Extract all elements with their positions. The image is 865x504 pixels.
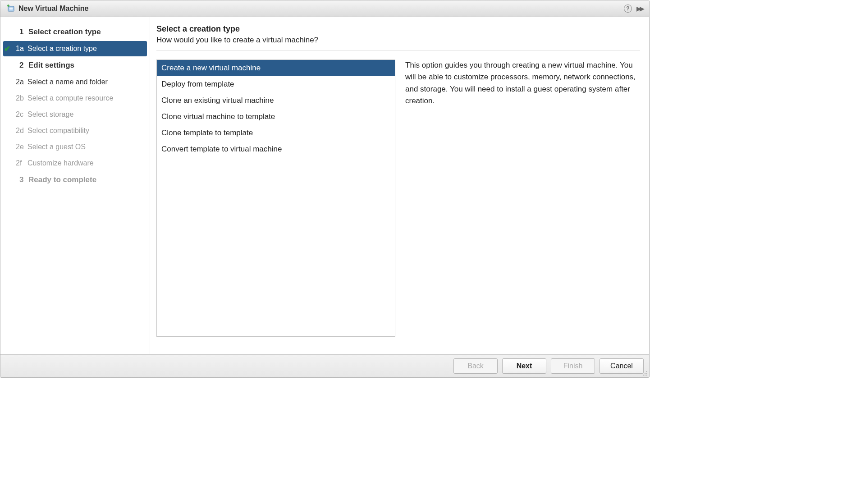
step-label: Select storage [27, 110, 73, 119]
step-number: 2d [16, 127, 27, 135]
step-label: Edit settings [28, 61, 74, 70]
dialog-footer: Back Next Finish Cancel [0, 354, 649, 377]
step-label: Select a compute resource [27, 94, 113, 102]
sidebar-step-2f: 2f Customize hardware [3, 156, 147, 171]
step-number: 2f [16, 159, 27, 167]
titlebar-left: New Virtual Machine [7, 5, 88, 13]
titlebar: New Virtual Machine ? ▶▶ [0, 0, 649, 17]
step-label: Ready to complete [28, 175, 96, 184]
page-subtitle: How would you like to create a virtual m… [156, 36, 640, 45]
step-label: Select a guest OS [27, 143, 86, 151]
option-clone-template-to-template[interactable]: Clone template to template [157, 125, 395, 141]
new-vm-dialog: New Virtual Machine ? ▶▶ 1 Select creati… [0, 0, 650, 378]
wizard-sidebar: 1 Select creation type ✔ 1a Select a cre… [0, 17, 150, 354]
expand-icon[interactable]: ▶▶ [636, 5, 643, 12]
step-label: Select a creation type [27, 45, 97, 53]
next-button[interactable]: Next [502, 358, 546, 374]
step-number: 1a [16, 45, 27, 53]
titlebar-right: ? ▶▶ [624, 5, 643, 13]
svg-rect-1 [9, 7, 13, 10]
help-icon[interactable]: ? [624, 5, 632, 13]
step-number: 2 [19, 61, 28, 70]
option-clone-existing-vm[interactable]: Clone an existing virtual machine [157, 92, 395, 109]
finish-button: Finish [551, 358, 595, 374]
cancel-button[interactable]: Cancel [600, 358, 644, 374]
sidebar-section-3: 3 Ready to complete [3, 172, 147, 188]
step-label: Select creation type [28, 27, 101, 37]
sidebar-section-1[interactable]: 1 Select creation type [3, 24, 147, 40]
dialog-title: New Virtual Machine [18, 5, 88, 13]
option-deploy-from-template[interactable]: Deploy from template [157, 76, 395, 92]
main-header: Select a creation type How would you lik… [156, 24, 640, 50]
sidebar-section-2[interactable]: 2 Edit settings [3, 57, 147, 73]
sidebar-step-2c: 2c Select storage [3, 107, 147, 122]
sidebar-step-1a[interactable]: ✔ 1a Select a creation type [3, 41, 147, 56]
option-clone-vm-to-template[interactable]: Clone virtual machine to template [157, 109, 395, 125]
dialog-body: 1 Select creation type ✔ 1a Select a cre… [0, 17, 649, 354]
vm-add-icon [7, 5, 15, 13]
main-content: Create a new virtual machine Deploy from… [156, 60, 640, 350]
sidebar-step-2d: 2d Select compatibility [3, 123, 147, 138]
step-number: 3 [19, 175, 28, 184]
sidebar-step-2a[interactable]: 2a Select a name and folder [3, 74, 147, 90]
back-button: Back [453, 358, 498, 374]
step-label: Customize hardware [27, 159, 94, 167]
option-create-new-vm[interactable]: Create a new virtual machine [157, 60, 395, 76]
option-description: This option guides you through creating … [405, 60, 640, 350]
step-number: 2e [16, 143, 27, 151]
step-number: 1 [19, 27, 28, 37]
step-number: 2a [16, 78, 27, 86]
sidebar-step-2e: 2e Select a guest OS [3, 139, 147, 155]
option-convert-template-to-vm[interactable]: Convert template to virtual machine [157, 141, 395, 157]
main-panel: Select a creation type How would you lik… [150, 17, 649, 354]
creation-type-list: Create a new virtual machine Deploy from… [156, 60, 395, 337]
step-label: Select a name and folder [27, 78, 108, 86]
page-title: Select a creation type [156, 24, 640, 34]
check-icon: ✔ [2, 44, 12, 54]
step-number: 2c [16, 110, 27, 119]
step-number: 2b [16, 94, 27, 102]
sidebar-step-2b: 2b Select a compute resource [3, 91, 147, 106]
step-label: Select compatibility [27, 127, 89, 135]
